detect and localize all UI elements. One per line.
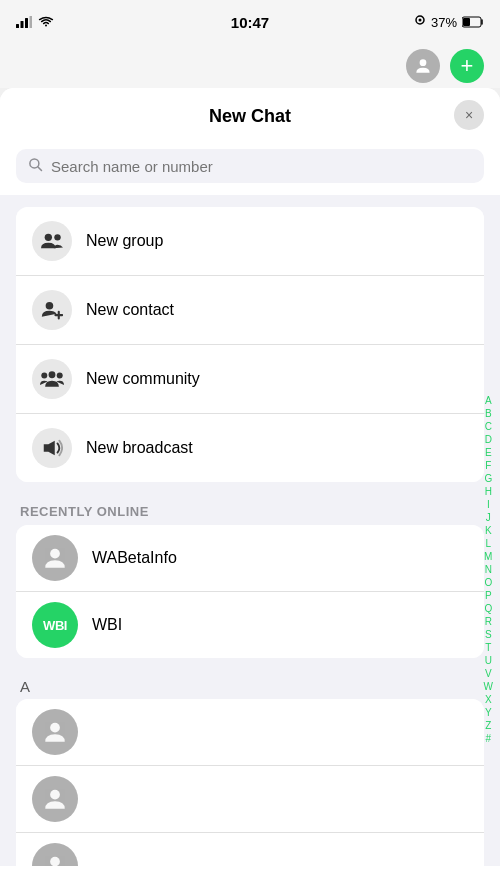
alpha-letter-q[interactable]: Q [481,602,495,615]
new-group-label: New group [86,232,163,250]
avatar-icon [413,56,433,76]
new-community-button[interactable]: New community [16,345,484,414]
svg-point-5 [418,19,421,22]
section-a-contact-1[interactable] [16,699,484,766]
alpha-letter-x[interactable]: X [482,693,495,706]
new-chat-modal: New Chat × [0,88,500,889]
alpha-letter-y[interactable]: Y [482,706,495,719]
signal-icon [16,16,32,28]
svg-rect-7 [463,18,470,26]
search-icon [28,157,43,175]
svg-point-10 [45,234,52,241]
svg-rect-1 [21,21,24,28]
alpha-letter-w[interactable]: W [481,680,496,693]
status-left [16,16,54,28]
section-a-avatar-1 [32,709,78,755]
svg-rect-0 [16,24,19,28]
section-a-avatar-3 [32,843,78,866]
alpha-letter-j[interactable]: J [483,511,494,524]
wifi-icon [38,16,54,28]
contact-wbi-avatar: WBI [32,602,78,648]
close-button[interactable]: × [454,100,484,130]
section-a-contacts [16,699,484,866]
default-avatar-icon [42,719,68,745]
section-a-contact-2[interactable] [16,766,484,833]
new-group-button[interactable]: New group [16,207,484,276]
alpha-letter-k[interactable]: K [482,524,495,537]
alpha-letter-i[interactable]: I [484,498,493,511]
default-avatar-icon [42,545,68,571]
alpha-letter-d[interactable]: D [482,433,495,446]
recently-online-header: RECENTLY ONLINE [0,494,500,525]
section-a-contact-3[interactable] [16,833,484,866]
default-avatar-icon [42,786,68,812]
actions-card: New group New contact [16,207,484,482]
default-avatar-icon [42,853,68,866]
battery-percent: 37% [431,15,457,30]
alpha-letter-n[interactable]: N [482,563,495,576]
svg-rect-3 [30,16,33,28]
top-avatar[interactable] [406,49,440,83]
new-contact-button[interactable]: New contact [16,276,484,345]
group-icon [41,231,63,251]
alpha-letter-o[interactable]: O [481,576,495,589]
svg-rect-2 [25,18,28,28]
alpha-letter-z[interactable]: Z [482,719,494,732]
contact-wbi[interactable]: WBI WBI [16,592,484,658]
alpha-letter-c[interactable]: C [482,420,495,433]
new-community-label: New community [86,370,200,388]
new-contact-icon-circle [32,290,72,330]
person-add-icon [41,299,63,321]
alpha-letter-a[interactable]: A [482,394,495,407]
new-group-icon-circle [32,221,72,261]
svg-point-21 [50,857,60,866]
alpha-letter-h[interactable]: H [482,485,495,498]
scroll-content[interactable]: New group New contact [0,195,500,866]
alpha-letter-t[interactable]: T [482,641,494,654]
section-a-avatar-2 [32,776,78,822]
contact-wabetainfo-avatar [32,535,78,581]
add-chat-button[interactable]: + [450,49,484,83]
svg-point-20 [50,790,60,800]
alpha-letter-m[interactable]: M [481,550,495,563]
alpha-letter-r[interactable]: R [482,615,495,628]
modal-title: New Chat [209,106,291,127]
modal-header: New Chat × [0,88,500,141]
section-a-header: A [0,670,500,699]
contact-wabetainfo[interactable]: WABetaInfo [16,525,484,592]
location-icon [414,15,426,29]
community-icon [40,369,64,389]
new-community-icon-circle [32,359,72,399]
alpha-letter-s[interactable]: S [482,628,495,641]
contact-wbi-initials: WBI [43,618,67,633]
svg-point-8 [420,59,427,66]
svg-point-11 [54,234,60,240]
alpha-letter-p[interactable]: P [482,589,495,602]
section-a: A [0,670,500,866]
status-right: 37% [414,15,484,30]
search-bar [16,149,484,183]
svg-point-16 [49,371,56,378]
svg-point-17 [57,373,63,379]
new-broadcast-label: New broadcast [86,439,193,457]
new-broadcast-button[interactable]: New broadcast [16,414,484,482]
alphabet-index-overlay: ABCDEFGHIJKLMNOPQRSTUVWXYZ# [481,280,496,859]
alpha-letter-u[interactable]: U [482,654,495,667]
svg-point-12 [46,302,54,310]
alpha-letter-g[interactable]: G [481,472,495,485]
alpha-letter-v[interactable]: V [482,667,495,680]
alpha-letter-e[interactable]: E [482,446,495,459]
contact-wbi-name: WBI [92,616,122,634]
status-bar: 10:47 37% [0,0,500,44]
search-input[interactable] [51,158,472,175]
search-container [0,141,500,195]
new-broadcast-icon-circle [32,428,72,468]
alpha-letter-#[interactable]: # [482,732,494,745]
alpha-letter-f[interactable]: F [482,459,494,472]
alpha-letter-b[interactable]: B [482,407,495,420]
recently-online-section: RECENTLY ONLINE WABetaInfo WBI [0,494,500,658]
status-time: 10:47 [231,14,269,31]
svg-point-18 [50,549,60,559]
new-contact-label: New contact [86,301,174,319]
alpha-letter-l[interactable]: L [482,537,494,550]
